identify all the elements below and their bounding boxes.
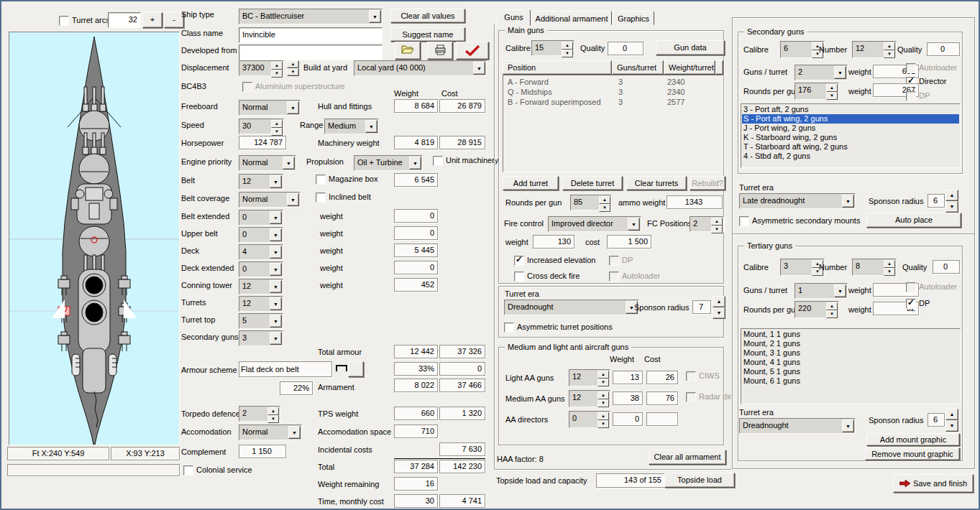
arrow-up-icon[interactable]: ▲ <box>287 60 299 68</box>
tertiary-mounts-list[interactable]: Mount, 1 1 guns Mount, 2 1 guns Mount, 3… <box>741 328 961 404</box>
secondary-mounts-list[interactable]: 3 - Port aft, 2 guns S - Port aft wing, … <box>741 103 961 168</box>
fire-control-select[interactable]: Improved director▼ <box>548 216 641 232</box>
range-select[interactable]: Medium▼ <box>324 119 379 134</box>
chevron-down-icon[interactable]: ▼ <box>283 157 295 170</box>
open-file-button[interactable] <box>395 42 421 60</box>
secondary-calibre-stepper[interactable]: 6 ▲▼ <box>780 41 825 58</box>
arrow-down-icon[interactable]: ▼ <box>945 201 958 213</box>
table-header-weight-per-turret[interactable]: Weight/turret <box>664 60 715 75</box>
turret-arcs-value[interactable]: 32 <box>108 12 141 28</box>
armour-scheme-button[interactable] <box>348 361 364 377</box>
chevron-down-icon[interactable]: ▼ <box>270 263 282 276</box>
light-aa-stepper[interactable]: 12 ▲▼ <box>569 369 610 386</box>
chevron-down-icon[interactable]: ▼ <box>365 120 377 133</box>
ship-type-select[interactable]: BC - Battlecruiser ▼ <box>239 9 383 24</box>
checkbox-box[interactable] <box>316 193 326 203</box>
secondary-number-stepper[interactable]: 12 ▲▼ <box>852 41 897 58</box>
arrow-down-icon[interactable]: ▼ <box>826 310 838 318</box>
list-item-selected[interactable]: S - Port aft wing, 2 guns <box>742 114 959 124</box>
arrow-down-icon[interactable]: ▼ <box>597 379 609 386</box>
checkbox-box[interactable] <box>514 272 524 282</box>
add-mount-graphic-button[interactable]: Add mount graphic <box>866 433 960 446</box>
arrow-up-icon[interactable]: ▲ <box>597 371 609 379</box>
tertiary-rounds-stepper[interactable]: 220 ▲▼ <box>794 301 839 318</box>
list-item[interactable]: 3 - Port aft, 2 guns <box>742 105 959 114</box>
arrow-up-icon[interactable]: ▲ <box>884 260 895 268</box>
medium-aa-stepper[interactable]: 12 ▲▼ <box>569 390 610 407</box>
chevron-down-icon[interactable]: ▼ <box>270 280 282 293</box>
tertiary-guns-per-turret-select[interactable]: 1▼ <box>794 283 848 299</box>
list-item[interactable]: Mount, 3 1 guns <box>742 348 959 358</box>
arrow-up-icon[interactable]: ▲ <box>271 62 283 70</box>
chevron-down-icon[interactable]: ▼ <box>270 228 282 241</box>
displacement-stepper[interactable]: 37300 ▲▼ <box>239 60 284 76</box>
chevron-down-icon[interactable]: ▼ <box>270 246 282 259</box>
table-row[interactable]: Q - Midships <box>508 88 552 96</box>
chevron-down-icon[interactable]: ▼ <box>270 297 282 310</box>
turret-top-select[interactable]: 5▼ <box>239 313 283 329</box>
turret-table-body[interactable]: A - Forward 3 2340 Q - Midships 3 2340 B… <box>503 75 723 172</box>
secondary-guns-armour-select[interactable]: 3▼ <box>239 330 283 346</box>
build-at-yard-select[interactable]: Local yard (40 000) ▼ <box>354 60 487 76</box>
arrow-down-icon[interactable]: ▼ <box>271 70 283 78</box>
speed-stepper[interactable]: 30 ▲▼ <box>239 119 284 134</box>
arrow-up-icon[interactable]: ▲ <box>599 196 610 204</box>
secondary-sponson-stepper[interactable]: ▲▼ <box>945 190 958 213</box>
chevron-down-icon[interactable]: ▼ <box>842 419 854 432</box>
arrow-up-icon[interactable]: ▲ <box>713 296 725 307</box>
suggest-name-button[interactable]: Suggest name <box>390 27 465 42</box>
fc-positions-stepper[interactable]: 2 ▲▼ <box>690 216 724 232</box>
list-item[interactable]: Mount, 6 1 guns <box>742 376 959 386</box>
checkbox-box[interactable] <box>739 216 749 226</box>
arrow-up-icon[interactable]: ▲ <box>562 42 573 50</box>
displacement-fine-stepper[interactable]: ▲▼ <box>287 60 299 76</box>
arrow-up-icon[interactable]: ▲ <box>597 412 609 420</box>
topside-load-button[interactable]: Topside load <box>664 473 735 488</box>
clear-turrets-button[interactable]: Clear turrets <box>626 176 687 190</box>
tab-additional-armament[interactable]: Additional armament <box>531 11 612 25</box>
arrow-up-icon[interactable]: ▲ <box>826 302 838 310</box>
chevron-down-icon[interactable]: ▼ <box>473 62 485 75</box>
tab-guns[interactable]: Guns <box>497 9 531 26</box>
main-rounds-stepper[interactable]: 85 ▲▼ <box>570 195 612 210</box>
auto-place-button[interactable]: Auto place <box>866 213 961 228</box>
conning-tower-select[interactable]: 12▼ <box>239 279 283 295</box>
chevron-down-icon[interactable]: ▼ <box>834 284 846 297</box>
arrow-down-icon[interactable]: ▼ <box>884 50 895 58</box>
belt-select[interactable]: 12▼ <box>239 174 283 190</box>
torpedo-defence-stepper[interactable]: 2 ▲▼ <box>239 406 280 422</box>
list-item[interactable]: K - Starboard wing, 2 guns <box>742 133 959 142</box>
save-and-finish-button[interactable]: Save and finish <box>893 474 974 493</box>
turrets-select[interactable]: 12▼ <box>239 296 283 312</box>
arrow-up-icon[interactable]: ▲ <box>945 409 958 420</box>
tertiary-sponson-stepper[interactable]: ▲▼ <box>945 409 958 432</box>
arrow-down-icon[interactable]: ▼ <box>597 420 609 428</box>
arrow-down-icon[interactable]: ▼ <box>287 68 299 76</box>
chevron-down-icon[interactable]: ▼ <box>287 101 299 114</box>
checkbox-box[interactable] <box>183 465 193 476</box>
belt-coverage-select[interactable]: Normal▼ <box>239 192 301 208</box>
upper-belt-select[interactable]: 0▼ <box>239 227 283 243</box>
checkbox-box[interactable] <box>906 299 916 309</box>
list-item[interactable]: J - Port wing, 2 guns <box>742 124 959 133</box>
arrow-down-icon[interactable]: ▼ <box>267 415 279 423</box>
table-header-position[interactable]: Position <box>503 60 612 75</box>
table-row[interactable]: A - Forward <box>508 78 549 86</box>
list-item[interactable]: Mount, 5 1 guns <box>742 367 959 376</box>
tab-graphics[interactable]: Graphics <box>613 11 654 25</box>
tertiary-number-stepper[interactable]: 8 ▲▼ <box>852 259 897 276</box>
checkbox-box[interactable] <box>59 16 69 26</box>
chevron-down-icon[interactable]: ▼ <box>369 10 381 23</box>
secondary-turret-era-select[interactable]: Late dreadnought▼ <box>739 193 856 209</box>
clear-all-values-button[interactable]: Clear all values <box>390 9 465 23</box>
add-turret-button[interactable]: Add turret <box>503 176 559 190</box>
list-item[interactable]: Mount, 2 1 guns <box>742 339 959 348</box>
arrow-down-icon[interactable]: ▼ <box>271 128 283 136</box>
arrow-down-icon[interactable]: ▼ <box>884 268 895 276</box>
arrow-up-icon[interactable]: ▲ <box>884 42 895 50</box>
list-item[interactable]: Mount, 1 1 guns <box>742 330 959 339</box>
remove-mount-graphic-button[interactable]: Remove mount graphic <box>865 448 960 460</box>
arrow-up-icon[interactable]: ▲ <box>267 407 279 415</box>
deck-extended-select[interactable]: 0▼ <box>239 261 283 277</box>
checkbox-box[interactable] <box>316 175 326 185</box>
